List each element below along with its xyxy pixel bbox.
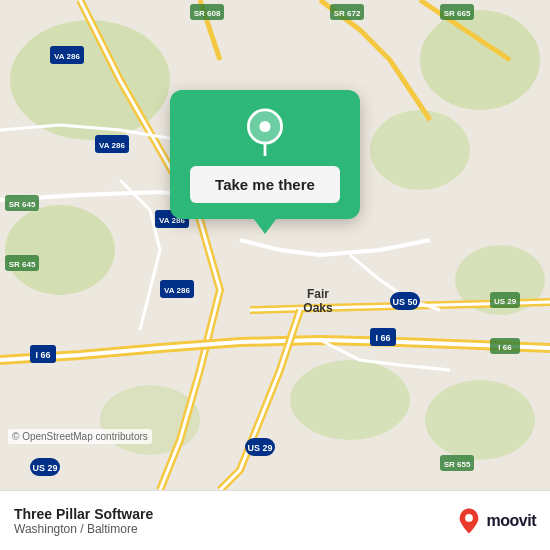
map-area: I 66 I 66 US 50 US 29 US 29 VA 286 VA 28… — [0, 0, 550, 490]
map-attribution: © OpenStreetMap contributors — [8, 429, 152, 444]
moovit-brand-label: moovit — [487, 512, 536, 530]
svg-text:SR 655: SR 655 — [444, 460, 471, 469]
svg-point-4 — [5, 205, 115, 295]
svg-text:US 29: US 29 — [247, 443, 272, 453]
svg-text:VA 286: VA 286 — [99, 141, 125, 150]
svg-point-48 — [465, 514, 473, 522]
take-me-there-button[interactable]: Take me there — [190, 166, 340, 203]
svg-text:SR 645: SR 645 — [9, 260, 36, 269]
svg-text:Oaks: Oaks — [303, 301, 333, 315]
svg-text:US 50: US 50 — [392, 297, 417, 307]
bottom-bar: Three Pillar Software Washington / Balti… — [0, 490, 550, 550]
svg-point-47 — [259, 121, 270, 132]
moovit-pin-icon — [455, 507, 483, 535]
company-name: Three Pillar Software — [14, 506, 455, 522]
svg-text:I 66: I 66 — [375, 333, 390, 343]
svg-text:SR 665: SR 665 — [444, 9, 471, 18]
svg-text:US 29: US 29 — [494, 297, 517, 306]
svg-text:VA 286: VA 286 — [54, 52, 80, 61]
svg-point-8 — [425, 380, 535, 460]
moovit-logo: moovit — [455, 507, 536, 535]
svg-point-2 — [420, 10, 540, 110]
map-popup: Take me there — [160, 90, 370, 234]
location-pin-icon — [241, 108, 289, 156]
svg-text:I 66: I 66 — [498, 343, 512, 352]
svg-text:SR 645: SR 645 — [9, 200, 36, 209]
svg-text:Fair: Fair — [307, 287, 329, 301]
popup-card: Take me there — [170, 90, 360, 219]
svg-point-6 — [290, 360, 410, 440]
company-info: Three Pillar Software Washington / Balti… — [14, 506, 455, 536]
svg-text:US 29: US 29 — [32, 463, 57, 473]
map-svg: I 66 I 66 US 50 US 29 US 29 VA 286 VA 28… — [0, 0, 550, 490]
popup-tail — [253, 218, 277, 234]
svg-text:VA 286: VA 286 — [164, 286, 190, 295]
svg-text:SR 672: SR 672 — [334, 9, 361, 18]
svg-text:I 66: I 66 — [35, 350, 50, 360]
svg-point-3 — [370, 110, 470, 190]
company-location: Washington / Baltimore — [14, 522, 455, 536]
svg-text:SR 608: SR 608 — [194, 9, 221, 18]
